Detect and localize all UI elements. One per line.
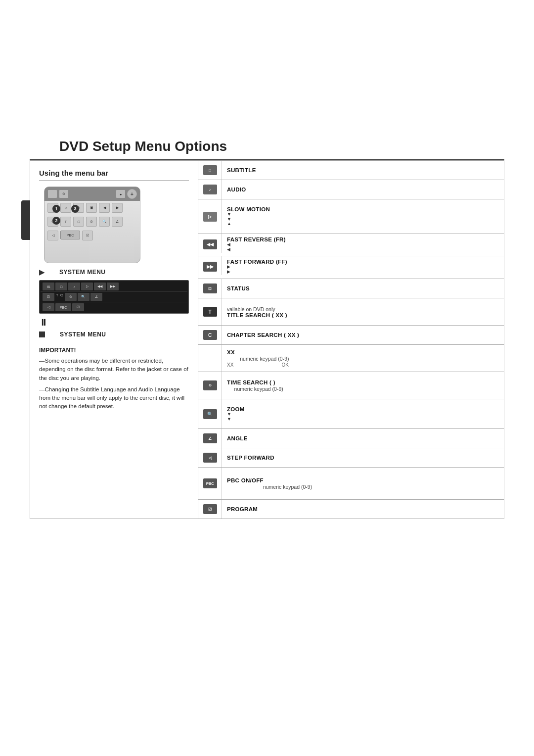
main-content: Using the menu bar ⊙ ● + ▷ ⊙ ▣ <box>30 160 504 519</box>
sidebar-tab <box>21 200 30 240</box>
icon-xx <box>198 345 222 372</box>
triangle-ff-2: ▶ <box>227 270 499 275</box>
row-fast-reverse-forward: ◀◀ FAST REVERSE (FR) ◀ ◀ ▶▶ FAST FORWARD… <box>198 234 504 279</box>
remote-btn-plus: + <box>127 189 137 199</box>
angle-icon-box: ∠ <box>203 433 217 443</box>
mb-cell-angle: ∠ <box>90 293 102 301</box>
title-icon-box: T <box>203 307 217 317</box>
remote-btn-1 <box>47 189 57 198</box>
remote-bot-3: ☑ <box>82 231 93 240</box>
subtitle-icon-box: □ <box>203 165 217 175</box>
label-xx: XX <box>227 349 499 355</box>
triangle-ff-1: ▶ <box>227 265 499 270</box>
left-panel-title: Using the menu bar <box>39 169 189 181</box>
row-fr: ◀◀ FAST REVERSE (FR) ◀ ◀ <box>198 234 504 256</box>
content-ff: FAST FORWARD (FF) ▶ ▶ <box>222 256 504 277</box>
system-menu-line-2: SYSTEM MENU <box>39 331 189 338</box>
icon-time: ⊙ <box>198 372 222 399</box>
row-slow: ▷ SLOW MOTION ▼ ▼ ▲ <box>198 199 504 234</box>
icon-ff: ▶▶ <box>198 256 222 275</box>
label-angle: ANGLE <box>227 435 499 441</box>
content-slow: SLOW MOTION ▼ ▼ ▲ <box>222 199 504 234</box>
slow-icon-box: ▷ <box>203 212 217 222</box>
content-pbc: PBC ON/OFF numeric keypad (0-9) <box>222 468 504 499</box>
label-subtitle: SUBTITLE <box>227 167 499 173</box>
mb-spacer <box>85 303 185 311</box>
remote-btn-3: ● <box>116 189 126 198</box>
play-arrow-1: ▶ <box>39 268 44 276</box>
system-menu-line-1: ▶ SYSTEM MENU <box>39 268 189 276</box>
row-angle: ∠ ANGLE <box>198 429 504 448</box>
content-status: STATUS <box>222 279 504 298</box>
left-panel: Using the menu bar ⊙ ● + ▷ ⊙ ▣ <box>30 161 198 519</box>
important-text-2: —Changing the Subtitle Language and Audi… <box>39 385 189 411</box>
row-title-search: T vailable on DVD only TITLE SEARCH ( XX… <box>198 298 504 326</box>
menu-bar: tA □ ♪ ▷ ◀◀ ▶▶ ⊡ T C ⊙ 🔍 ∠ <box>39 280 189 314</box>
remote-bot-pbc: PBC <box>60 231 80 239</box>
important-text-1: —Some operations may be different or res… <box>39 357 189 382</box>
row-step: ◁ STEP FORWARD <box>198 448 504 468</box>
label-zoom: ZOOM <box>227 406 499 412</box>
remote-bot: ◁ PBC ☑ <box>44 229 140 242</box>
system-menu-label-2: SYSTEM MENU <box>60 331 106 338</box>
remote-btn-2: ⊙ <box>59 189 69 198</box>
content-subtitle: SUBTITLE <box>222 161 504 180</box>
remote-mid-5: ◀ <box>99 203 110 213</box>
remote-area: ⊙ ● + ▷ ⊙ ▣ ◀ ▶ ⊙ T <box>39 187 189 263</box>
fr-icon-box: ◀◀ <box>203 239 217 249</box>
system-menu-label-1: SYSTEM MENU <box>59 269 106 276</box>
content-chapter: CHAPTER SEARCH ( XX ) <box>222 326 504 344</box>
program-icon-box: ☑ <box>203 504 217 514</box>
icon-title: T <box>198 298 222 325</box>
row-pbc: PBC PBC ON/OFF numeric keypad (0-9) <box>198 468 504 500</box>
label-slow: SLOW MOTION <box>227 206 499 212</box>
content-title: vailable on DVD only TITLE SEARCH ( XX ) <box>222 298 504 325</box>
triangle-slow-1: ▼ <box>227 212 499 217</box>
remote-mid-2: ▷ <box>60 203 71 213</box>
label-chapter-search: CHAPTER SEARCH ( XX ) <box>227 332 499 338</box>
row-ff: ▶▶ FAST FORWARD (FF) ▶ ▶ <box>198 256 504 279</box>
label-step: STEP FORWARD <box>227 455 499 461</box>
icon-status: ⊡ <box>198 279 222 298</box>
pbc-icon-box: PBC <box>203 478 217 488</box>
mb-cell-ff: ▶▶ <box>107 283 119 290</box>
content-time: TIME SEARCH ( ) numeric keypad (0-9) <box>222 372 504 399</box>
mb-cell-time: ⊙ <box>65 293 77 301</box>
content-fr: FAST REVERSE (FR) ◀ ◀ <box>222 234 504 255</box>
mb-row-3: ◁ PBC ☑ <box>41 302 187 312</box>
top-spacer <box>0 0 534 139</box>
content-step: STEP FORWARD <box>222 448 504 467</box>
mb-row-1: tA □ ♪ ▷ ◀◀ ▶▶ <box>41 282 187 291</box>
icon-subtitle: □ <box>198 161 222 180</box>
icon-fr: ◀◀ <box>198 234 222 253</box>
row-chapter-search: C CHAPTER SEARCH ( XX ) <box>198 326 504 345</box>
label-ff: FAST FORWARD (FF) <box>227 259 499 265</box>
triangle-fr-2: ◀ <box>227 247 499 252</box>
chapter-icon-box: C <box>203 330 217 340</box>
annotation-1: 1 <box>52 205 60 213</box>
step-icon-box: ◁ <box>203 453 217 463</box>
label-program: PROGRAM <box>227 506 499 512</box>
label-fr: FAST REVERSE (FR) <box>227 236 499 242</box>
audio-icon-box: ♪ <box>203 185 217 194</box>
ff-icon-box: ▶▶ <box>203 262 217 272</box>
remote-mid-12: ∠ <box>112 217 123 227</box>
remote-mid-10: ⊙ <box>86 217 97 227</box>
row-status: ⊡ STATUS <box>198 279 504 298</box>
triangle-zoom-2: ▼ <box>227 417 499 422</box>
label-pbc-keypad: numeric keypad (0-9) <box>227 484 499 490</box>
label-status: STATUS <box>227 285 499 291</box>
mb-cell-pbc: PBC <box>55 303 71 311</box>
icon-audio: ♪ <box>198 180 222 199</box>
important-section: IMPORTANT! —Some operations may be diffe… <box>39 346 189 411</box>
mb-cell-aud: ♪ <box>68 283 80 290</box>
section-title: DVD Setup Menu Options <box>30 139 504 160</box>
content-xx: XX numeric keypad (0-9) XX OK <box>222 345 504 372</box>
icon-chapter: C <box>198 326 222 344</box>
mb-cell-step: ◁ <box>43 303 54 311</box>
mb-t: T <box>56 293 58 301</box>
remote-mid-4: ▣ <box>86 203 97 213</box>
pause-icon: ⏸ <box>39 318 189 328</box>
icon-angle: ∠ <box>198 429 222 448</box>
status-icon-box: ⊡ <box>203 284 217 293</box>
